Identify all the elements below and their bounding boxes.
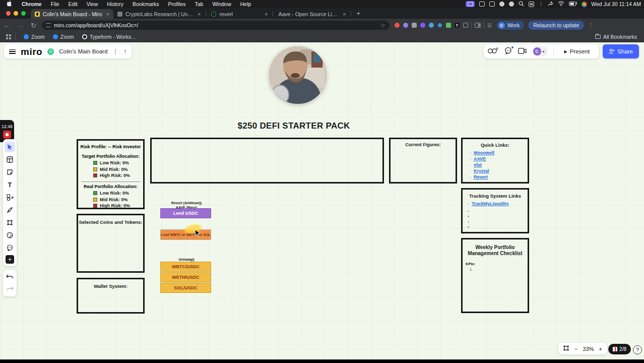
weekly-checklist-frame[interactable]: Weekly Portfolio Management Checklist KP… (461, 238, 529, 313)
zoom-in-button[interactable]: + (599, 346, 602, 352)
menubar-clock[interactable]: Wed Jul 30 11:14 AM (591, 1, 641, 7)
side-panel-icon[interactable] (475, 23, 481, 28)
battery-icon[interactable] (569, 1, 577, 7)
pen-tool[interactable] (5, 205, 15, 215)
extension-icon[interactable] (437, 23, 442, 28)
tab-close-icon[interactable]: × (264, 11, 268, 17)
zoom-out-button[interactable]: − (574, 346, 577, 352)
link-trackmyliquidity[interactable]: TrackMyLiquidity (472, 201, 509, 207)
selected-tokens-frame[interactable]: Selected Coins and Tokens: (77, 214, 145, 273)
notion-icon[interactable]: N (529, 2, 534, 7)
wallet-system-frame[interactable]: Wallet System: (77, 278, 145, 314)
window-manager-icon[interactable] (479, 2, 485, 7)
site-info-icon[interactable] (46, 23, 51, 27)
tab-aave[interactable]: Aave - Open Source Liquidit × (274, 9, 350, 19)
help-button[interactable]: ? (633, 345, 642, 354)
menubar-item-chrome[interactable]: Chrome (17, 1, 46, 7)
tab-miro-board[interactable]: Colin's Main Board - Miro × (31, 9, 113, 19)
risk-profile-frame[interactable]: Risk Profile: -- Risk Investor Target Po… (77, 139, 145, 209)
extension-icon[interactable] (463, 23, 468, 28)
chrome-menu-icon[interactable]: ⋮ (584, 22, 598, 29)
current-figures-frame[interactable]: Current Figures: (389, 138, 457, 184)
apps-grid-icon[interactable] (6, 34, 11, 39)
add-more-tools-button[interactable]: + (6, 255, 14, 264)
sticker-tool[interactable] (5, 230, 15, 240)
uniswap-label[interactable]: Uniswap) (161, 257, 212, 262)
menubar-item-window[interactable]: Window (208, 1, 235, 7)
tab-close-icon[interactable]: × (105, 11, 109, 17)
empty-notes-frame[interactable] (150, 138, 384, 184)
all-bookmarks-button[interactable]: All Bookmarks (595, 34, 637, 40)
bookmark-zoom-2[interactable]: Zoom (49, 34, 78, 40)
menubar-item-edit[interactable]: Edit (64, 1, 82, 7)
extension-icon[interactable] (412, 23, 417, 28)
link-moonwell[interactable]: Moonwell (474, 150, 494, 156)
share-button[interactable]: Share (603, 44, 639, 58)
extension-icon[interactable] (403, 23, 408, 28)
menubar-item-bookmarks[interactable]: Bookmarks (128, 1, 164, 7)
sticky-note-tool[interactable] (5, 167, 15, 177)
status-circle-icon[interactable] (509, 2, 514, 7)
redo-button[interactable] (6, 285, 14, 294)
profile-chip[interactable]: C Work (497, 21, 524, 30)
new-tab-button[interactable]: + (356, 10, 360, 17)
main-menu-icon[interactable] (9, 49, 16, 54)
link-krystal[interactable]: Krystal (474, 168, 489, 174)
comment-tool[interactable] (5, 243, 15, 253)
extension-icon[interactable] (395, 23, 400, 28)
bookmark-zoom-1[interactable]: Zoom (20, 34, 49, 40)
url-text[interactable]: miro.com/app/board/uXjVlhKosOc=/ (54, 22, 377, 28)
shapes-tool[interactable] (5, 192, 15, 203)
menubar-item-file[interactable]: File (46, 1, 64, 7)
quick-links-frame[interactable]: Quick Links: ·Moonwell ·AAVE ·vfat ·Krys… (461, 138, 529, 184)
select-tool[interactable] (5, 142, 15, 152)
promo-counter-pill[interactable]: 2/8 (608, 344, 631, 354)
pool-weth-usdc-card[interactable]: WETH/USDC (160, 272, 211, 282)
menubar-item-tab[interactable]: Tab (190, 1, 208, 7)
link-revert[interactable]: Revert (474, 174, 488, 180)
bookmark-star-icon[interactable]: ☆ (380, 22, 385, 29)
collaborator-avatar-chip[interactable]: C ▾ (532, 46, 548, 56)
undo-button[interactable] (6, 273, 14, 282)
stop-recording-button[interactable] (3, 131, 11, 139)
back-button[interactable]: ← (0, 22, 14, 29)
text-tool[interactable]: T (5, 179, 15, 190)
extension-icon[interactable] (429, 23, 434, 28)
menu-dots-icon[interactable]: ⋮ (539, 2, 543, 7)
fit-to-screen-icon[interactable] (563, 345, 569, 352)
tab-close-icon[interactable]: × (197, 11, 201, 17)
window-controls[interactable] (6, 11, 26, 16)
menubar-item-history[interactable]: History (102, 1, 128, 7)
menubar-item-view[interactable]: View (82, 1, 103, 7)
pool-sol-usdc-card[interactable]: SOL/USDC (160, 283, 211, 293)
menubar-item-profiles[interactable]: Profiles (163, 1, 190, 7)
close-window-icon[interactable] (6, 11, 11, 16)
address-bar[interactable]: miro.com/app/board/uXjVlhKosOc=/ ☆ (42, 21, 390, 30)
apple-menu-icon[interactable] (7, 1, 12, 8)
tracking-links-frame[interactable]: Tracking System Links ·TrackMyLiquidity (461, 188, 529, 233)
forward-button[interactable]: → (14, 22, 27, 29)
miro-logo[interactable]: miro (21, 47, 42, 56)
reading-list-icon[interactable]: ☰ (487, 23, 492, 28)
chrome-status-icon[interactable] (582, 2, 587, 7)
templates-tool[interactable] (5, 154, 15, 165)
video-camera-icon[interactable] (518, 47, 527, 56)
wifi-icon[interactable] (558, 1, 564, 7)
screen-record-indicator-icon[interactable] (466, 1, 475, 7)
extension-icon[interactable]: T (455, 23, 460, 28)
status-circle-icon[interactable] (499, 2, 504, 7)
board-name[interactable]: Colin's Main Board (59, 48, 107, 54)
display-icon[interactable] (489, 2, 495, 7)
tab-cryptolabs[interactable]: CryptoLabs Research | Unde × (113, 9, 205, 19)
spotlight-icon[interactable] (519, 1, 524, 8)
link-aave[interactable]: AAVE (474, 156, 486, 162)
present-button[interactable]: ▶ Present (559, 48, 595, 54)
tab-revert[interactable]: r revert × (207, 9, 272, 19)
extension-icon[interactable] (446, 23, 451, 28)
lend-usdc-card[interactable]: Lend USDC (160, 208, 211, 218)
minimize-window-icon[interactable] (14, 11, 18, 16)
bookmark-typeform[interactable]: Typeform - Works... (78, 34, 140, 40)
kandji-agent-icon[interactable] (548, 1, 553, 8)
board-main-title[interactable]: $250 DEFI STARTER PACK (208, 121, 379, 131)
miro-canvas[interactable]: miro Colin's Main Board ⋮ ↑ C (0, 42, 644, 359)
